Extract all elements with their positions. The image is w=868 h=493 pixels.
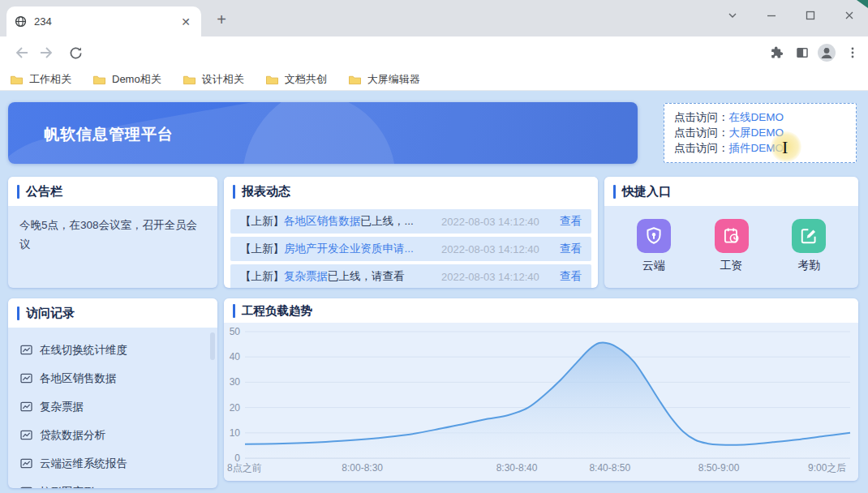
demo-line-0: 点击访问：在线DEMO [674, 109, 846, 125]
forward-button[interactable] [37, 42, 58, 63]
report-row-text: 【上新】复杂票据已上线，请查看 [240, 269, 441, 284]
scrollbar-thumb[interactable] [210, 332, 215, 360]
report-row-text: 【上新】各地区销售数据已上线，... [240, 214, 441, 229]
mouse-cursor: I [771, 131, 801, 162]
folder-icon [183, 74, 196, 85]
x-axis-label: 8点之前 [227, 462, 262, 474]
bookmark-item-3[interactable]: 文档共创 [265, 72, 327, 87]
demo-link-prefix: 点击访问： [674, 111, 729, 123]
chart-header: 工程负载趋势 [224, 298, 858, 323]
report-row: 【上新】房地产开发企业资质申请...2022-08-03 14:12:40查看 [230, 237, 591, 261]
x-axis-label: 8:00-8:30 [342, 462, 383, 474]
bookmarks-bar: 工作相关Demo相关设计相关文档共创大屏编辑器 [0, 69, 868, 91]
report-row: 【上新】各地区销售数据已上线，...2022-08-03 14:12:40查看 [230, 209, 591, 234]
folder-icon [348, 74, 362, 85]
visit-history-list: 在线切换统计维度各地区销售数据复杂票据贷款数据分析云端运维系统报告柱形图变形 [8, 328, 217, 488]
visit-history-item[interactable]: 复杂票据 [8, 392, 217, 421]
report-timestamp: 2022-08-03 14:12:40 [441, 271, 560, 283]
demo-link-0[interactable]: 在线DEMO [729, 111, 784, 123]
bookmark-label: 文档共创 [285, 72, 327, 87]
announcement-content: 今晚5点，在308会议室，召开全员会议 [8, 206, 217, 264]
report-row: 【上新】复杂票据已上线，请查看2022-08-03 14:12:40查看 [230, 264, 591, 288]
browser-toolbar: localhost:8075/webroot/decision/data/por… [0, 36, 868, 69]
visit-history-card: 访问记录 在线切换统计维度各地区销售数据复杂票据贷款数据分析云端运维系统报告柱形… [8, 298, 217, 488]
announcement-header: 公告栏 [8, 177, 217, 206]
view-link[interactable]: 查看 [560, 269, 582, 284]
minimize-button[interactable] [758, 3, 785, 28]
visit-history-item[interactable]: 柱形图变形 [8, 478, 217, 488]
quick-entry-label: 云端 [625, 259, 682, 273]
y-axis-tick: 30 [230, 376, 241, 388]
report-chart-icon [20, 373, 32, 384]
close-window-button[interactable] [836, 3, 863, 28]
bookmark-item-4[interactable]: 大屏编辑器 [348, 72, 420, 87]
side-panel-icon[interactable] [792, 42, 813, 63]
x-axis-label: 8:30-8:40 [496, 462, 538, 474]
globe-favicon-icon [15, 15, 27, 28]
visit-history-item[interactable]: 各地区销售数据 [8, 364, 217, 392]
back-button[interactable] [10, 42, 31, 63]
tab-strip: 234 ✕ + [0, 0, 868, 36]
load-trend-plot: 010203040508点之前8:00-8:308:30-8:408:40-8:… [224, 323, 858, 481]
y-axis-tick: 40 [230, 351, 241, 362]
bookmark-item-1[interactable]: Demo相关 [92, 72, 161, 87]
view-link[interactable]: 查看 [560, 242, 582, 256]
report-news-card: 报表动态 【上新】各地区销售数据已上线，...2022-08-03 14:12:… [224, 177, 598, 288]
browser-tab[interactable]: 234 ✕ [6, 6, 201, 36]
browser-window: 234 ✕ + localhost:8075/webroot/decision/… [0, 0, 868, 493]
report-chart-icon [20, 458, 32, 469]
visit-history-label: 复杂票据 [40, 400, 84, 414]
visit-history-item[interactable]: 贷款数据分析 [8, 421, 217, 449]
extensions-puzzle-icon[interactable] [766, 42, 787, 63]
payroll-clock-icon [715, 219, 749, 253]
chart-title: 工程负载趋势 [242, 303, 312, 319]
tab-close-icon[interactable]: ✕ [178, 15, 193, 29]
report-chart-icon [20, 487, 32, 488]
report-timestamp: 2022-08-03 14:12:40 [441, 243, 560, 255]
chevron-down-icon[interactable] [719, 3, 746, 28]
bookmark-item-0[interactable]: 工作相关 [10, 72, 71, 87]
report-link[interactable]: 复杂票据 [284, 270, 328, 282]
area-chart: 010203040508点之前8:00-8:308:30-8:408:40-8:… [224, 323, 858, 481]
view-link[interactable]: 查看 [560, 214, 582, 229]
profile-avatar[interactable] [816, 42, 837, 63]
maximize-button[interactable] [797, 3, 824, 28]
folder-icon [265, 74, 279, 85]
report-news-list: 【上新】各地区销售数据已上线，...2022-08-03 14:12:40查看【… [224, 209, 598, 288]
title-accent-bar [233, 185, 235, 199]
report-link[interactable]: 房地产开发企业资质申请... [284, 242, 414, 255]
new-tab-button[interactable]: + [211, 10, 232, 31]
visit-history-item[interactable]: 云端运维系统报告 [8, 449, 217, 478]
visit-history-title: 访问记录 [26, 306, 75, 321]
demo-line-2: 点击访问：插件DEMO [674, 140, 846, 156]
text-cursor-icon: I [782, 137, 788, 158]
quick-entry-title: 快捷入口 [622, 184, 671, 199]
title-accent-bar [613, 185, 616, 199]
title-accent-bar [233, 304, 235, 318]
quick-entry-0[interactable]: 云端 [625, 219, 682, 288]
demo-line-1: 点击访问：大屏DEMO [674, 125, 846, 140]
demo-links-box: 点击访问：在线DEMO点击访问：大屏DEMO点击访问：插件DEMO [664, 103, 857, 163]
edit-square-icon [792, 219, 826, 253]
bookmark-item-2[interactable]: 设计相关 [183, 72, 244, 87]
visit-history-header: 访问记录 [8, 298, 217, 328]
report-chart-icon [20, 430, 32, 440]
reload-button[interactable] [65, 42, 86, 63]
report-news-title: 报表动态 [242, 184, 290, 199]
visit-history-label: 柱形图变形 [40, 485, 95, 489]
visit-history-item[interactable]: 在线切换统计维度 [8, 336, 217, 364]
bookmark-label: 大屏编辑器 [367, 72, 420, 87]
report-chart-icon [20, 401, 32, 412]
load-trend-chart-card: 工程负载趋势 010203040508点之前8:00-8:308:30-8:40… [224, 298, 858, 481]
visit-history-label: 贷款数据分析 [40, 428, 105, 443]
title-accent-bar [17, 185, 19, 199]
announcement-card: 公告栏 今晚5点，在308会议室，召开全员会议 [8, 177, 217, 288]
visit-history-label: 在线切换统计维度 [40, 343, 127, 358]
report-row-text: 【上新】房地产开发企业资质申请... [240, 242, 441, 256]
quick-entry-1[interactable]: 工资 [703, 219, 760, 288]
quick-entry-2[interactable]: 考勤 [780, 219, 837, 288]
menu-dots-icon[interactable] [842, 42, 863, 63]
portal-page: 帆软信息管理平台 点击访问：在线DEMO点击访问：大屏DEMO点击访问：插件DE… [0, 91, 868, 493]
portal-banner: 帆软信息管理平台 [8, 102, 638, 164]
report-link[interactable]: 各地区销售数据 [284, 215, 361, 227]
